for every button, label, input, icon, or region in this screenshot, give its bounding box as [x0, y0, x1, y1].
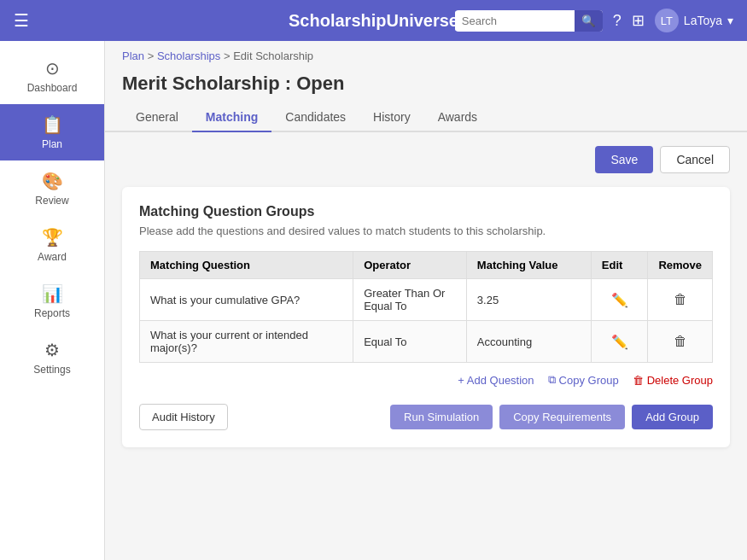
award-icon: 🏆 [42, 227, 63, 248]
cell-value: Accounting [466, 321, 591, 363]
copy-requirements-button[interactable]: Copy Requirements [499, 405, 625, 429]
table-row: What is your current or intended major(s… [140, 321, 713, 363]
tab-history[interactable]: History [359, 103, 424, 132]
add-question-button[interactable]: + Add Question [458, 373, 534, 387]
cell-question: What is your cumulative GPA? [140, 279, 353, 321]
action-row: Save Cancel [122, 146, 730, 173]
copy-icon: ⧉ [548, 373, 556, 387]
page-title: Merit Scholarship : Open [122, 73, 730, 95]
button-group: Run Simulation Copy Requirements Add Gro… [390, 405, 713, 429]
bottom-row: Audit History Run Simulation Copy Requir… [139, 404, 713, 430]
page-header: Merit Scholarship : Open [105, 66, 747, 95]
cell-remove: 🗑 [648, 321, 713, 363]
tab-candidates[interactable]: Candidates [271, 103, 359, 132]
matching-card: Matching Question Groups Please add the … [122, 187, 730, 447]
sidebar-item-label: Review [35, 195, 68, 207]
sidebar-item-label: Award [38, 251, 67, 263]
sidebar-item-reports[interactable]: 📊 Reports [0, 273, 104, 330]
main-content: Plan > Scholarships > Edit Scholarship M… [105, 41, 747, 560]
col-header-value: Matching Value [466, 252, 591, 279]
cell-question: What is your current or intended major(s… [140, 321, 353, 363]
sidebar-item-label: Reports [34, 307, 70, 319]
tab-matching[interactable]: Matching [192, 103, 271, 132]
col-header-edit: Edit [591, 252, 648, 279]
breadcrumb-plan-link[interactable]: Plan [122, 50, 144, 62]
cancel-button[interactable]: Cancel [660, 146, 730, 173]
tab-awards[interactable]: Awards [424, 103, 491, 132]
sidebar-item-label: Dashboard [27, 82, 78, 94]
breadcrumb: Plan > Scholarships > Edit Scholarship [105, 41, 747, 66]
copy-group-button[interactable]: ⧉ Copy Group [548, 373, 619, 387]
cell-value: 3.25 [466, 279, 591, 321]
search-input[interactable] [455, 11, 575, 31]
card-title: Matching Question Groups [139, 204, 713, 219]
cell-edit: ✏️ [591, 321, 648, 363]
cell-operator: Greater Than Or Equal To [353, 279, 467, 321]
delete-icon: 🗑 [633, 374, 644, 387]
help-icon[interactable]: ? [613, 12, 622, 30]
sidebar: ⊙ Dashboard 📋 Plan 🎨 Review 🏆 Award 📊 Re… [0, 41, 105, 560]
table-header-row: Matching Question Operator Matching Valu… [140, 252, 713, 279]
table-actions: + Add Question ⧉ Copy Group 🗑 Delete Gro… [139, 373, 713, 387]
review-icon: 🎨 [42, 171, 63, 191]
breadcrumb-scholarships-link[interactable]: Scholarships [157, 50, 220, 62]
audit-history-button[interactable]: Audit History [139, 404, 228, 430]
sidebar-item-plan[interactable]: 📋 Plan [0, 104, 104, 160]
avatar: LT [655, 9, 679, 32]
trash-icon[interactable]: 🗑 [674, 292, 687, 306]
trash-icon[interactable]: 🗑 [674, 334, 687, 348]
search-button[interactable]: 🔍 [575, 10, 603, 32]
save-button[interactable]: Save [595, 146, 653, 173]
tabs: General Matching Candidates History Awar… [105, 103, 747, 132]
run-simulation-button[interactable]: Run Simulation [390, 405, 493, 429]
card-description: Please add the questions and desired val… [139, 225, 713, 237]
edit-icon[interactable]: ✏️ [611, 335, 628, 349]
sidebar-item-dashboard[interactable]: ⊙ Dashboard [0, 48, 104, 104]
grid-icon[interactable]: ⊞ [632, 11, 645, 30]
table-row: What is your cumulative GPA? Greater Tha… [140, 279, 713, 321]
col-header-operator: Operator [353, 252, 467, 279]
dashboard-icon: ⊙ [45, 58, 60, 79]
matching-table: Matching Question Operator Matching Valu… [139, 251, 713, 363]
sidebar-item-label: Plan [42, 138, 62, 150]
sidebar-item-label: Settings [33, 364, 70, 376]
tab-general[interactable]: General [122, 103, 192, 132]
col-header-question: Matching Question [140, 252, 353, 279]
user-name: LaToya [684, 14, 722, 27]
cell-edit: ✏️ [591, 279, 648, 321]
content-area: Save Cancel Matching Question Groups Ple… [105, 132, 747, 461]
delete-group-button[interactable]: 🗑 Delete Group [633, 373, 713, 387]
user-menu-button[interactable]: LT LaToya ▾ [655, 9, 733, 32]
search-box: 🔍 [455, 10, 603, 32]
edit-icon[interactable]: ✏️ [611, 293, 628, 307]
hamburger-icon[interactable]: ☰ [14, 10, 29, 31]
sidebar-item-review[interactable]: 🎨 Review [0, 160, 104, 217]
topnav: ☰ ScholarshipUniverse 🔍 ? ⊞ LT LaToya ▾ [0, 0, 747, 41]
breadcrumb-current: Edit Scholarship [233, 50, 313, 62]
reports-icon: 📊 [42, 283, 63, 304]
sidebar-item-award[interactable]: 🏆 Award [0, 217, 104, 273]
sidebar-item-settings[interactable]: ⚙ Settings [0, 330, 104, 386]
plan-icon: 📋 [42, 114, 63, 135]
add-group-button[interactable]: Add Group [632, 405, 713, 429]
cell-operator: Equal To [353, 321, 467, 363]
cell-remove: 🗑 [648, 279, 713, 321]
app-title: ScholarshipUniverse [289, 11, 458, 31]
chevron-down-icon: ▾ [727, 14, 733, 27]
main-layout: ⊙ Dashboard 📋 Plan 🎨 Review 🏆 Award 📊 Re… [0, 41, 747, 560]
settings-icon: ⚙ [44, 340, 60, 360]
col-header-remove: Remove [648, 252, 713, 279]
